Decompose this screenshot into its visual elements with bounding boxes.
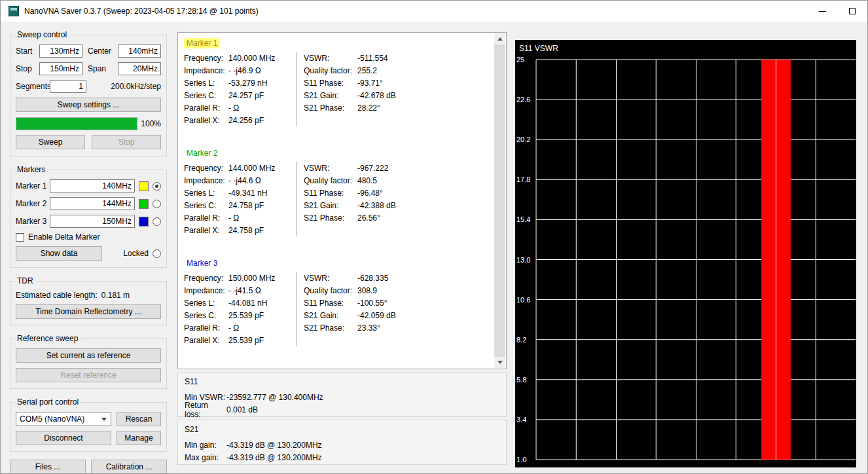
- marker-3-details: Marker 3 Frequency: 150.000 MHz Impedanc…: [184, 258, 488, 346]
- main-content: Sweep control Start Center Stop Span Seg…: [1, 22, 867, 473]
- manage-button[interactable]: Manage: [117, 431, 161, 445]
- progress-percent-text: 100%: [141, 119, 161, 128]
- scroll-thumb[interactable]: [494, 45, 505, 357]
- locked-radio[interactable]: [153, 249, 161, 258]
- field-value: -511.554: [357, 54, 388, 63]
- enable-delta-marker-label: Enable Delta Marker: [28, 232, 99, 242]
- sweep-control-title: Sweep control: [15, 30, 69, 39]
- field-label: Series C:: [184, 91, 228, 100]
- marker-2-details-title: Marker 2: [184, 148, 220, 158]
- field-value: 28.22°: [357, 103, 380, 113]
- start-frequency-input[interactable]: [39, 45, 82, 58]
- marker-field-row: Frequency: 144.000 MHz: [184, 162, 297, 174]
- tdr-button[interactable]: Time Domain Reflectometry ...: [16, 304, 161, 319]
- reset-reference-button: Reset reference: [16, 368, 161, 382]
- marker-field-row: Impedance: - -j44.6 Ω: [184, 174, 297, 187]
- sweep-button[interactable]: Sweep: [16, 135, 85, 149]
- field-value: -42.059 dB: [357, 311, 396, 320]
- marker-field-row: Frequency: 150.000 MHz: [184, 272, 297, 284]
- minimize-button[interactable]: [807, 1, 837, 22]
- marker-1-color-swatch[interactable]: [139, 181, 149, 191]
- stop-frequency-input[interactable]: [39, 62, 82, 75]
- segments-input[interactable]: [50, 80, 86, 93]
- field-value: -628.335: [357, 274, 388, 283]
- show-data-button[interactable]: Show data: [16, 246, 102, 261]
- enable-delta-marker-checkbox[interactable]: [16, 233, 24, 242]
- rescan-button[interactable]: Rescan: [117, 412, 161, 426]
- marker-field-row: Series L: -53.279 nH: [184, 77, 297, 89]
- svg-text:22.6: 22.6: [516, 96, 530, 103]
- field-label: Parallel X:: [184, 336, 228, 345]
- center-frequency-input[interactable]: [118, 45, 161, 58]
- field-value: -42.678 dB: [357, 91, 396, 100]
- marker-3-label: Marker 3: [16, 217, 50, 226]
- center-label: Center: [88, 46, 118, 56]
- marker-field-row: Impedance: - -j41.5 Ω: [184, 284, 297, 297]
- field-value: 480.5: [357, 176, 377, 185]
- scroll-down-button[interactable]: [494, 357, 505, 368]
- marker-2-radio[interactable]: [153, 200, 161, 208]
- stop-button: Stop: [92, 135, 161, 149]
- marker-3-color-swatch[interactable]: [139, 217, 149, 227]
- marker-1-left-column: Frequency: 140.000 MHz Impedance: - -j46…: [184, 52, 297, 126]
- serial-port-select[interactable]: COM5 (NanoVNA): [16, 412, 111, 426]
- scroll-up-button[interactable]: [494, 33, 505, 45]
- calibration-button[interactable]: Calibration ...: [91, 460, 167, 473]
- sweep-stop-row: Sweep Stop: [16, 135, 161, 149]
- marker-field-row: Impedance: - -j46.9 Ω: [184, 64, 297, 77]
- field-label: S11 Phase:: [304, 299, 357, 308]
- marker-2-color-swatch[interactable]: [139, 199, 149, 209]
- marker-1-row: Marker 1: [16, 179, 161, 192]
- svg-text:3.4: 3.4: [516, 416, 526, 424]
- scroll-track[interactable]: [494, 45, 505, 357]
- field-label: S11 Phase:: [304, 189, 357, 198]
- titlebar: NanoVNA Saver 0.3.7 (Sweep: 2023-04-05 1…: [1, 1, 867, 22]
- field-label: VSWR:: [304, 274, 357, 283]
- field-value: -967.222: [357, 164, 388, 173]
- column-divider: [297, 272, 297, 346]
- disconnect-button[interactable]: Disconnect: [16, 431, 111, 445]
- field-label: Parallel X:: [184, 226, 228, 235]
- field-value: -42.388 dB: [357, 201, 396, 210]
- scrollbar[interactable]: [494, 33, 505, 368]
- span-label: Span: [88, 64, 118, 73]
- marker-field-row: VSWR: -967.222: [304, 162, 488, 174]
- marker-field-row: Parallel X: 25.539 pF: [184, 334, 297, 346]
- s11-summary-rows: Min VSWR: -23592.777 @ 130.400MHz Return…: [185, 391, 499, 416]
- marker-field-row: VSWR: -628.335: [304, 272, 488, 284]
- span-frequency-input[interactable]: [118, 62, 161, 75]
- field-label: Parallel R:: [184, 323, 228, 333]
- field-label: Quality factor:: [304, 176, 357, 185]
- s11-summary: S11 Min VSWR: -23592.777 @ 130.400MHz Re…: [177, 372, 507, 417]
- maximize-button[interactable]: [837, 1, 867, 22]
- reference-sweep-group: Reference sweep Set current as reference…: [10, 338, 167, 389]
- markers-title: Markers: [15, 165, 47, 174]
- marker-1-radio[interactable]: [153, 182, 161, 191]
- cable-length-value: 0.181 m: [101, 291, 130, 300]
- marker-2-input[interactable]: [50, 197, 135, 210]
- s11-vswr-chart[interactable]: S11 VSWR2522.620.217.815.413.010.68.25.8…: [515, 40, 856, 473]
- chart-canvas[interactable]: S11 VSWR2522.620.217.815.413.010.68.25.8…: [515, 40, 856, 467]
- marker-field-row: S21 Gain: -42.059 dB: [304, 309, 488, 321]
- marker-field-row: Quality factor: 480.5: [304, 174, 488, 187]
- marker-1-input[interactable]: [50, 179, 135, 192]
- svg-text:1.0: 1.0: [516, 456, 526, 464]
- set-reference-button[interactable]: Set current as reference: [16, 348, 161, 363]
- field-label: Frequency:: [184, 274, 228, 283]
- start-center-row: Start Center: [16, 45, 161, 58]
- field-value: -49.341 nH: [228, 189, 267, 198]
- field-value: -53.279 nH: [228, 79, 267, 88]
- marker-3-row: Marker 3: [16, 215, 161, 228]
- marker-3-input[interactable]: [50, 215, 135, 228]
- svg-text:10.6: 10.6: [516, 296, 530, 304]
- marker-3-radio[interactable]: [153, 217, 161, 226]
- field-value: 24.256 pF: [228, 116, 264, 125]
- field-value: 144.000 MHz: [228, 164, 275, 173]
- field-label: S11 Phase:: [304, 79, 357, 88]
- sweep-settings-button[interactable]: Sweep settings ...: [16, 98, 161, 112]
- port-select-row: COM5 (NanoVNA) Rescan: [16, 412, 161, 426]
- summary-row: Max gain: -43.319 dB @ 130.200MHz: [185, 451, 499, 464]
- marker-field-row: S21 Phase: 28.22°: [304, 101, 488, 114]
- field-value: 23.33°: [357, 323, 380, 333]
- files-button[interactable]: Files ...: [10, 460, 86, 473]
